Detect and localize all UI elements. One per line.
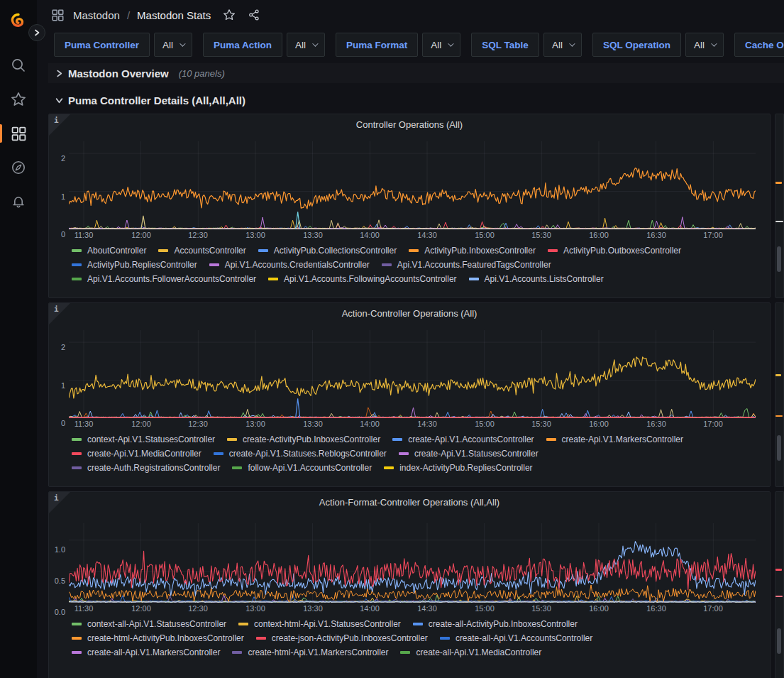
x-axis-tick-label: 16:00 (585, 604, 613, 613)
legend-color-swatch (238, 623, 248, 625)
x-axis-tick-label: 14:00 (355, 604, 384, 613)
y-axis-tick-label: 2 (49, 343, 65, 351)
legend-item[interactable]: ActivityPub.OutboxesController (548, 246, 681, 256)
row-puma-controller-details[interactable]: Puma Controller Details (All,All,All) (48, 90, 784, 110)
x-axis-tick-label: 12:30 (184, 604, 212, 613)
sidebar-item-dashboards[interactable] (0, 116, 37, 151)
legend-item[interactable]: context-Api.V1.StatusesController (72, 434, 215, 444)
legend-item[interactable]: ActivityPub.RepliesController (72, 260, 197, 270)
panel-title[interactable]: Action-Format-Controller Operations (All… (49, 492, 770, 513)
legend-series-label: AboutController (87, 246, 146, 256)
panel-title[interactable]: Action-Controller Operations (All) (49, 303, 770, 324)
legend-item[interactable]: index-ActivityPub.RepliesController (384, 463, 532, 473)
chevron-down-icon (54, 95, 64, 105)
legend-item[interactable]: create-Auth.RegistrationsController (72, 463, 220, 473)
legend-color-swatch (72, 637, 82, 640)
legend-item[interactable]: create-html-Api.V1.MarkersController (232, 647, 388, 657)
legend-item[interactable]: create-Api.V1.MediaController (72, 449, 201, 459)
legend-color-swatch (382, 263, 392, 266)
legend-color-swatch (268, 278, 278, 280)
legend-item[interactable]: create-all-Api.V1.AccountsController (440, 633, 592, 643)
breadcrumb-section-link[interactable]: Mastodon (73, 9, 120, 21)
variable-value-dropdown[interactable]: All (543, 33, 582, 57)
scrollbar-thumb[interactable] (777, 628, 781, 654)
x-axis-tick-label: 17:00 (699, 420, 727, 428)
row-panel-count: (10 panels) (179, 68, 225, 79)
time-series-chart[interactable]: 0.00.51.011:3012:0012:3013:0013:3014:001… (49, 523, 770, 660)
sidebar-item-explore[interactable] (0, 151, 37, 185)
legend-item[interactable]: Api.V1.Accounts.FollowerAccountsControll… (72, 274, 256, 284)
legend-item[interactable]: ActivityPub.InboxesController (409, 246, 536, 256)
legend-series-label: ActivityPub.OutboxesController (563, 246, 681, 256)
chart-canvas[interactable] (69, 141, 756, 229)
x-axis-tick-label: 14:00 (355, 231, 384, 239)
legend-series-label: ActivityPub.RepliesController (87, 260, 197, 270)
sidebar-expand-button[interactable] (28, 24, 45, 41)
x-axis-tick-label: 16:30 (642, 231, 670, 239)
legend-item[interactable]: Api.V1.Accounts.ListsController (469, 274, 604, 284)
sidebar-item-search[interactable] (0, 48, 37, 82)
variable-value-dropdown[interactable]: All (685, 33, 724, 57)
legend-series-label: create-all-Api.V1.MediaController (416, 647, 541, 657)
legend-item[interactable]: create-Api.V1.MarkersController (546, 434, 683, 444)
legend-item[interactable]: create-Api.V1.Statuses.ReblogsController (214, 449, 387, 459)
scrollbar-thumb[interactable] (777, 246, 781, 272)
legend-series-label: Api.V1.Accounts.FollowerAccountsControll… (87, 274, 256, 284)
panel-title[interactable]: Controller Operations (All) (49, 114, 770, 136)
legend-color-swatch (72, 278, 82, 280)
sidebar-item-alerting[interactable] (0, 185, 37, 219)
chart-canvas[interactable] (69, 523, 756, 603)
row-title: Puma Controller Details (All,All,All) (68, 94, 245, 106)
legend-color-swatch (400, 651, 410, 654)
partial-panel (775, 491, 784, 678)
legend-item[interactable]: context-html-Api.V1.StatusesController (238, 619, 401, 629)
legend-series-label: create-all-ActivityPub.InboxesController (429, 619, 578, 629)
legend-item[interactable]: create-ActivityPub.InboxesController (227, 434, 380, 444)
x-axis-tick-label: 12:30 (184, 420, 212, 428)
legend-series-label: create-Api.V1.StatusesController (414, 449, 539, 459)
x-axis-tick-label: 11:30 (70, 231, 98, 239)
legend-item[interactable]: create-Api.V1.AccountsController (392, 434, 534, 444)
variable-sql-operation: SQL Operation All (592, 33, 724, 58)
partial-panel (775, 114, 784, 298)
x-axis-tick-label: 15:30 (527, 231, 556, 239)
favorite-dashboard-button[interactable] (223, 9, 236, 21)
chevron-down-icon (448, 40, 454, 46)
chart-fragment (775, 182, 782, 184)
time-series-chart[interactable]: 01211:3012:0012:3013:0013:3014:0014:3015… (49, 330, 770, 475)
chevron-right-icon (33, 29, 40, 36)
chart-fragment (775, 596, 783, 597)
legend-item[interactable]: create-html-ActivityPub.InboxesControlle… (72, 633, 244, 643)
legend-item[interactable]: create-all-Api.V1.MarkersController (72, 647, 220, 657)
legend-item[interactable]: create-all-ActivityPub.InboxesController (413, 619, 578, 629)
scrollbar-thumb[interactable] (777, 435, 781, 461)
x-axis-tick-label: 17:00 (699, 231, 727, 239)
legend-item[interactable]: Api.V1.Accounts.FeaturedTagsController (382, 260, 551, 270)
variable-label: Puma Action (203, 33, 282, 57)
share-dashboard-button[interactable] (248, 9, 260, 21)
row-mastodon-overview[interactable]: Mastodon Overview (10 panels) (48, 63, 784, 83)
legend-item[interactable]: AccountsController (158, 246, 245, 256)
y-axis-tick-label: 0 (49, 419, 65, 427)
legend-item[interactable]: Api.V1.Accounts.FollowingAccountsControl… (268, 274, 456, 284)
sidebar-item-starred[interactable] (0, 82, 37, 116)
legend-item[interactable]: create-json-ActivityPub.InboxesControlle… (256, 633, 428, 643)
variable-value-dropdown[interactable]: All (287, 33, 325, 57)
legend-item[interactable]: context-all-Api.V1.StatusesController (72, 619, 226, 629)
legend-item[interactable]: ActivityPub.CollectionsController (258, 246, 397, 256)
star-outline-icon (223, 9, 236, 21)
x-axis-tick-label: 14:30 (413, 231, 441, 239)
share-icon (248, 9, 260, 21)
time-series-chart[interactable]: 01211:3012:0012:3013:0013:3014:0014:3015… (49, 141, 770, 286)
legend-item[interactable]: follow-Api.V1.AccountsController (232, 463, 372, 473)
legend-item[interactable]: create-all-Api.V1.MediaController (400, 647, 541, 657)
legend-item[interactable]: create-Api.V1.StatusesController (399, 449, 539, 459)
legend-item[interactable]: AboutController (72, 246, 146, 256)
legend-item[interactable]: Api.V1.Accounts.CredentialsController (209, 260, 370, 270)
chart-canvas[interactable] (69, 330, 756, 418)
variable-value-dropdown[interactable]: All (422, 33, 460, 57)
legend-series-label: create-json-ActivityPub.InboxesControlle… (272, 633, 428, 643)
breadcrumb: Mastodon / Mastodon Stats (37, 0, 784, 30)
variable-value-dropdown[interactable]: All (154, 33, 192, 57)
chevron-down-icon (312, 40, 318, 46)
